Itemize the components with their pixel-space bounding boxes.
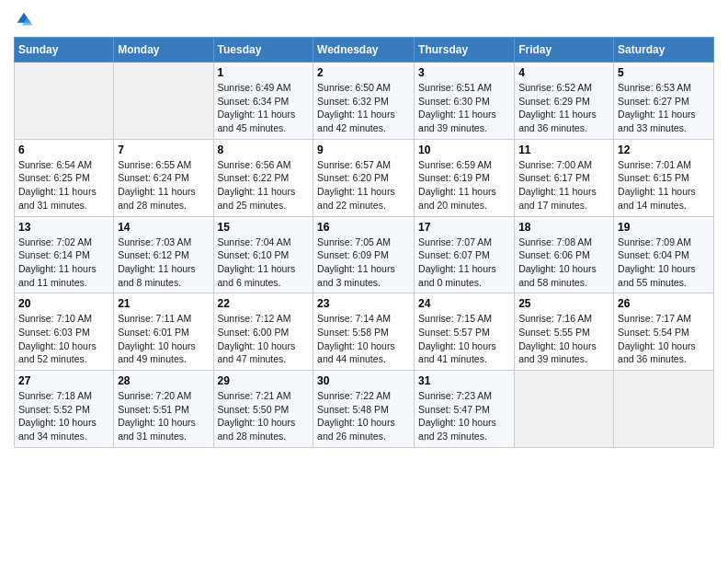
day-info: Sunrise: 7:02 AMSunset: 6:14 PMDaylight:… [18, 236, 109, 290]
calendar-cell: 27Sunrise: 7:18 AMSunset: 5:52 PMDayligh… [15, 371, 114, 448]
day-number: 9 [317, 144, 410, 156]
day-number: 6 [18, 144, 109, 156]
day-info: Sunrise: 7:23 AMSunset: 5:47 PMDaylight:… [418, 389, 510, 443]
weekday-header: Wednesday [313, 38, 415, 63]
day-number: 4 [518, 66, 609, 79]
calendar-cell [15, 63, 114, 140]
day-info: Sunrise: 7:01 AMSunset: 6:15 PMDaylight:… [618, 158, 710, 213]
day-info: Sunrise: 7:17 AMSunset: 5:54 PMDaylight:… [618, 312, 710, 366]
day-number: 18 [518, 221, 609, 234]
day-info: Sunrise: 6:52 AMSunset: 6:29 PMDaylight:… [518, 81, 609, 135]
day-info: Sunrise: 6:55 AMSunset: 6:24 PMDaylight:… [118, 158, 209, 213]
calendar-cell [114, 63, 213, 140]
weekday-header: Saturday [614, 38, 714, 63]
day-number: 21 [118, 297, 209, 310]
calendar-cell: 12Sunrise: 7:01 AMSunset: 6:15 PMDayligh… [614, 139, 714, 216]
calendar-header: SundayMondayTuesdayWednesdayThursdayFrid… [15, 38, 714, 63]
calendar-cell [515, 371, 614, 448]
calendar-week-row: 6Sunrise: 6:54 AMSunset: 6:25 PMDaylight… [15, 139, 714, 216]
calendar-week-row: 13Sunrise: 7:02 AMSunset: 6:14 PMDayligh… [15, 216, 714, 293]
calendar-cell: 14Sunrise: 7:03 AMSunset: 6:12 PMDayligh… [114, 216, 213, 293]
calendar-cell: 21Sunrise: 7:11 AMSunset: 6:01 PMDayligh… [114, 293, 213, 371]
weekday-header: Thursday [415, 38, 515, 63]
day-info: Sunrise: 7:05 AMSunset: 6:09 PMDaylight:… [317, 236, 410, 290]
day-number: 14 [118, 221, 209, 234]
day-info: Sunrise: 7:16 AMSunset: 5:55 PMDaylight:… [518, 312, 609, 366]
day-number: 20 [18, 297, 109, 310]
weekday-header: Tuesday [213, 38, 313, 63]
day-info: Sunrise: 6:50 AMSunset: 6:32 PMDaylight:… [317, 81, 410, 135]
calendar-cell: 13Sunrise: 7:02 AMSunset: 6:14 PMDayligh… [15, 216, 114, 293]
calendar-week-row: 20Sunrise: 7:10 AMSunset: 6:03 PMDayligh… [15, 293, 714, 371]
day-info: Sunrise: 7:15 AMSunset: 5:57 PMDaylight:… [418, 312, 510, 366]
weekday-header: Monday [114, 38, 213, 63]
day-info: Sunrise: 7:12 AMSunset: 6:00 PMDaylight:… [218, 312, 310, 366]
day-number: 15 [218, 221, 310, 234]
calendar-cell: 31Sunrise: 7:23 AMSunset: 5:47 PMDayligh… [415, 371, 515, 448]
calendar-cell: 2Sunrise: 6:50 AMSunset: 6:32 PMDaylight… [313, 63, 415, 140]
day-info: Sunrise: 7:08 AMSunset: 6:06 PMDaylight:… [518, 236, 609, 290]
page-header [14, 9, 714, 29]
day-number: 27 [18, 374, 109, 387]
weekday-header: Sunday [15, 38, 114, 63]
day-info: Sunrise: 7:14 AMSunset: 5:58 PMDaylight:… [317, 312, 410, 366]
day-info: Sunrise: 7:20 AMSunset: 5:51 PMDaylight:… [118, 389, 209, 443]
calendar-cell: 22Sunrise: 7:12 AMSunset: 6:00 PMDayligh… [213, 293, 313, 371]
day-info: Sunrise: 6:51 AMSunset: 6:30 PMDaylight:… [418, 81, 510, 135]
calendar-cell: 10Sunrise: 6:59 AMSunset: 6:19 PMDayligh… [415, 139, 515, 216]
calendar-cell: 9Sunrise: 6:57 AMSunset: 6:20 PMDaylight… [313, 139, 415, 216]
calendar-cell: 5Sunrise: 6:53 AMSunset: 6:27 PMDaylight… [614, 63, 714, 140]
day-info: Sunrise: 6:59 AMSunset: 6:19 PMDaylight:… [418, 158, 510, 213]
calendar-cell: 18Sunrise: 7:08 AMSunset: 6:06 PMDayligh… [515, 216, 614, 293]
day-number: 8 [218, 144, 310, 156]
day-number: 1 [218, 66, 310, 79]
day-info: Sunrise: 6:53 AMSunset: 6:27 PMDaylight:… [618, 81, 710, 135]
day-number: 17 [418, 221, 510, 234]
calendar-cell: 15Sunrise: 7:04 AMSunset: 6:10 PMDayligh… [213, 216, 313, 293]
day-number: 31 [418, 374, 510, 387]
day-number: 2 [317, 66, 410, 79]
calendar-cell: 3Sunrise: 6:51 AMSunset: 6:30 PMDaylight… [415, 63, 515, 140]
day-info: Sunrise: 7:11 AMSunset: 6:01 PMDaylight:… [118, 312, 209, 366]
day-info: Sunrise: 7:10 AMSunset: 6:03 PMDaylight:… [18, 312, 109, 366]
calendar-cell: 26Sunrise: 7:17 AMSunset: 5:54 PMDayligh… [614, 293, 714, 371]
calendar-week-row: 1Sunrise: 6:49 AMSunset: 6:34 PMDaylight… [15, 63, 714, 140]
day-info: Sunrise: 7:18 AMSunset: 5:52 PMDaylight:… [18, 389, 109, 443]
day-number: 19 [618, 221, 710, 234]
calendar-cell: 28Sunrise: 7:20 AMSunset: 5:51 PMDayligh… [114, 371, 213, 448]
day-number: 29 [218, 374, 310, 387]
day-number: 3 [418, 66, 510, 79]
day-info: Sunrise: 7:21 AMSunset: 5:50 PMDaylight:… [218, 389, 310, 443]
day-number: 25 [518, 297, 609, 310]
day-number: 23 [317, 297, 410, 310]
day-info: Sunrise: 7:04 AMSunset: 6:10 PMDaylight:… [218, 236, 310, 290]
day-info: Sunrise: 6:56 AMSunset: 6:22 PMDaylight:… [218, 158, 310, 213]
day-info: Sunrise: 6:54 AMSunset: 6:25 PMDaylight:… [18, 158, 109, 213]
calendar-cell: 25Sunrise: 7:16 AMSunset: 5:55 PMDayligh… [515, 293, 614, 371]
day-info: Sunrise: 6:57 AMSunset: 6:20 PMDaylight:… [317, 158, 410, 213]
calendar-week-row: 27Sunrise: 7:18 AMSunset: 5:52 PMDayligh… [15, 371, 714, 448]
calendar-table: SundayMondayTuesdayWednesdayThursdayFrid… [14, 37, 714, 448]
calendar-cell: 16Sunrise: 7:05 AMSunset: 6:09 PMDayligh… [313, 216, 415, 293]
calendar-cell: 29Sunrise: 7:21 AMSunset: 5:50 PMDayligh… [213, 371, 313, 448]
calendar-cell: 1Sunrise: 6:49 AMSunset: 6:34 PMDaylight… [213, 63, 313, 140]
day-number: 16 [317, 221, 410, 234]
day-info: Sunrise: 7:03 AMSunset: 6:12 PMDaylight:… [118, 236, 209, 290]
day-number: 10 [418, 144, 510, 156]
calendar-cell: 20Sunrise: 7:10 AMSunset: 6:03 PMDayligh… [15, 293, 114, 371]
day-number: 28 [118, 374, 209, 387]
calendar-cell: 17Sunrise: 7:07 AMSunset: 6:07 PMDayligh… [415, 216, 515, 293]
day-info: Sunrise: 6:49 AMSunset: 6:34 PMDaylight:… [218, 81, 310, 135]
logo-icon [14, 9, 34, 29]
day-info: Sunrise: 7:00 AMSunset: 6:17 PMDaylight:… [518, 158, 609, 213]
day-number: 22 [218, 297, 310, 310]
header-row: SundayMondayTuesdayWednesdayThursdayFrid… [15, 38, 714, 63]
day-number: 12 [618, 144, 710, 156]
day-info: Sunrise: 7:22 AMSunset: 5:48 PMDaylight:… [317, 389, 410, 443]
day-number: 30 [317, 374, 410, 387]
calendar-cell: 23Sunrise: 7:14 AMSunset: 5:58 PMDayligh… [313, 293, 415, 371]
weekday-header: Friday [515, 38, 614, 63]
day-number: 7 [118, 144, 209, 156]
day-number: 11 [518, 144, 609, 156]
calendar-cell: 6Sunrise: 6:54 AMSunset: 6:25 PMDaylight… [15, 139, 114, 216]
